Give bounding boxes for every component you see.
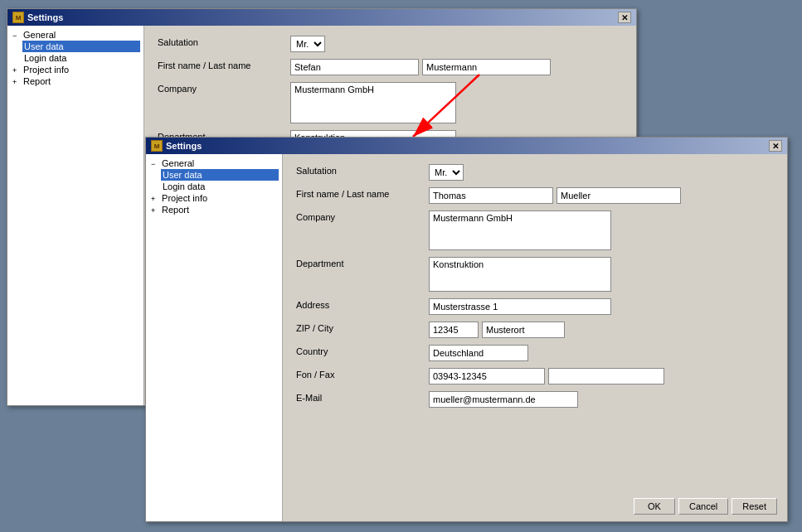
fon-controls-2 — [429, 368, 664, 384]
title-bar-2: M Settings ✕ — [146, 138, 787, 154]
reset-button[interactable]: Reset — [732, 498, 777, 515]
salutation-select-2[interactable]: Mr. — [429, 164, 464, 181]
sidebar-1: − General User data Login data + Project… — [7, 26, 144, 405]
title-bar-1: M Settings ✕ — [7, 9, 636, 26]
city-input-2[interactable] — [482, 322, 565, 338]
email-label-2: E-Mail — [296, 391, 429, 403]
expand-icon-report-1: + — [12, 78, 21, 86]
close-button-1[interactable]: ✕ — [618, 12, 631, 23]
tree-group-1: User data Login data — [11, 41, 140, 64]
fon-label-2: Fon / Fax — [296, 368, 429, 380]
department-row-2: Department Konstruktion — [296, 257, 774, 292]
department-textarea-2[interactable]: Konstruktion — [429, 257, 611, 292]
project-info-label-2: Project info — [162, 193, 207, 203]
sidebar-item-project-info-1[interactable]: + Project info — [11, 64, 140, 75]
login-data-label-1: Login data — [24, 53, 66, 63]
sidebar-item-general-1[interactable]: − General — [11, 29, 140, 41]
close-button-2[interactable]: ✕ — [769, 140, 782, 152]
lastname-input-1[interactable] — [422, 59, 551, 75]
department-label-2: Department — [296, 257, 429, 268]
zip-row-2: ZIP / City — [296, 322, 774, 338]
salutation-controls-2: Mr. — [429, 164, 464, 181]
login-data-label-2: Login data — [163, 181, 205, 191]
firstname-input-2[interactable] — [429, 187, 553, 204]
address-row-2: Address — [296, 298, 774, 315]
salutation-controls-1: Mr. — [290, 36, 325, 52]
email-row-2: E-Mail — [296, 391, 774, 408]
button-bar-2: OK Cancel Reset — [634, 498, 777, 515]
firstname-label-1: First name / Last name — [158, 59, 290, 70]
firstname-row-1: First name / Last name — [158, 59, 623, 75]
sidebar-item-user-data-2[interactable]: User data — [161, 169, 279, 181]
address-label-2: Address — [296, 298, 429, 310]
window-body-2: − General User data Login data + Project… — [146, 154, 787, 521]
report-label-1: Report — [23, 76, 51, 86]
sidebar-2: − General User data Login data + Project… — [146, 154, 283, 521]
expand-icon-general-1: − — [12, 31, 21, 40]
firstname-controls-1 — [290, 59, 551, 75]
window-title-1: Settings — [27, 12, 63, 22]
address-input-2[interactable] — [429, 298, 611, 315]
cancel-button[interactable]: Cancel — [678, 498, 728, 515]
country-row-2: Country — [296, 345, 774, 361]
zip-controls-2 — [429, 322, 565, 338]
expand-icon-general-2: − — [151, 160, 159, 168]
department-controls-2: Konstruktion — [429, 257, 611, 292]
fon-row-2: Fon / Fax — [296, 368, 774, 384]
expand-icon-project-1: + — [12, 66, 21, 75]
sidebar-item-login-data-1[interactable]: Login data — [22, 52, 140, 64]
lastname-input-2[interactable] — [557, 187, 681, 204]
general-label-1: General — [23, 30, 56, 40]
user-data-label-1: User data — [24, 41, 64, 51]
expand-icon-project-2: + — [151, 195, 159, 203]
fon-input-2[interactable] — [429, 368, 545, 384]
firstname-label-2: First name / Last name — [296, 187, 429, 199]
expand-icon-report-2: + — [151, 206, 159, 215]
address-controls-2 — [429, 298, 611, 315]
ok-button[interactable]: OK — [634, 498, 675, 515]
title-bar-left-1: M Settings — [12, 12, 63, 23]
company-controls-1: Mustermann GmbH — [290, 82, 456, 123]
company-label-2: Company — [296, 210, 429, 222]
project-info-label-1: Project info — [23, 65, 69, 75]
salutation-select-1[interactable]: Mr. — [290, 36, 325, 52]
salutation-label-1: Salutation — [158, 36, 290, 47]
company-row-1: Company Mustermann GmbH — [158, 82, 623, 123]
salutation-row-2: Salutation Mr. — [296, 164, 774, 181]
report-label-2: Report — [162, 205, 189, 215]
company-controls-2: Mustermann GmbH — [429, 210, 611, 250]
email-input-2[interactable] — [429, 391, 578, 408]
firstname-row-2: First name / Last name — [296, 187, 774, 204]
company-textarea-2[interactable]: Mustermann GmbH — [429, 210, 611, 250]
company-row-2: Company Mustermann GmbH — [296, 210, 774, 250]
country-controls-2 — [429, 345, 528, 361]
settings-window-2: M Settings ✕ − General User data Login d… — [145, 137, 788, 522]
tree-group-2: User data Login data — [149, 169, 279, 192]
company-textarea-1[interactable]: Mustermann GmbH — [290, 82, 456, 123]
salutation-row-1: Salutation Mr. — [158, 36, 623, 52]
app-icon-2: M — [151, 140, 163, 152]
salutation-label-2: Salutation — [296, 164, 429, 176]
main-content-2: Salutation Mr. First name / Last name Co… — [283, 154, 787, 521]
user-data-label-2: User data — [163, 170, 202, 180]
company-label-1: Company — [158, 82, 290, 94]
country-label-2: Country — [296, 345, 429, 356]
fax-input-2[interactable] — [548, 368, 664, 384]
sidebar-item-report-1[interactable]: + Report — [11, 75, 140, 87]
sidebar-item-login-data-2[interactable]: Login data — [161, 181, 279, 192]
zip-input-2[interactable] — [429, 322, 479, 338]
app-icon-1: M — [12, 12, 24, 23]
window-title-2: Settings — [166, 141, 202, 151]
title-bar-left-2: M Settings — [151, 140, 202, 152]
sidebar-item-user-data-1[interactable]: User data — [22, 41, 140, 52]
sidebar-item-report-2[interactable]: + Report — [149, 204, 279, 215]
sidebar-item-project-info-2[interactable]: + Project info — [149, 192, 279, 204]
zip-label-2: ZIP / City — [296, 322, 429, 333]
firstname-controls-2 — [429, 187, 681, 204]
email-controls-2 — [429, 391, 578, 408]
sidebar-item-general-2[interactable]: − General — [149, 157, 279, 169]
firstname-input-1[interactable] — [290, 59, 419, 75]
country-input-2[interactable] — [429, 345, 528, 361]
general-label-2: General — [162, 158, 194, 168]
